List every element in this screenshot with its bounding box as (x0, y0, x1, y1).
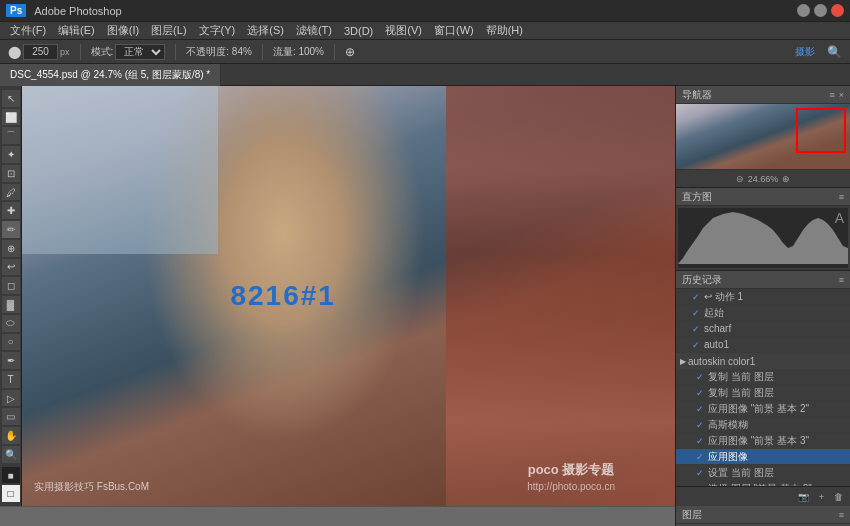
history-brush-tool[interactable]: ↩ (2, 259, 20, 276)
sky-area (22, 86, 218, 254)
histogram-header-icons: ≡ (839, 192, 844, 202)
active-tab[interactable]: DSC_4554.psd @ 24.7% (组 5, 图层蒙版/8) * (0, 64, 221, 86)
lasso-tool[interactable]: ⌒ (2, 127, 20, 144)
shape-tool[interactable]: ▭ (2, 408, 20, 425)
magic-wand-tool[interactable]: ✦ (2, 146, 20, 163)
histogram-graph: A (678, 208, 848, 268)
brush-unit: px (60, 47, 70, 57)
zoom-tool[interactable]: 🔍 (2, 446, 20, 463)
window-controls[interactable] (797, 4, 844, 17)
path-select-tool[interactable]: ▷ (2, 390, 20, 407)
airbrush-icon[interactable]: ⊕ (341, 44, 359, 60)
hand-tool[interactable]: ✋ (2, 427, 20, 444)
menu-text[interactable]: 文字(Y) (193, 23, 242, 38)
history-check: ✓ (692, 308, 700, 318)
canvas-area[interactable]: 8216#1 实用摄影技巧 FsBus.CoM poco 摄影专题 http:/… (22, 86, 675, 506)
opacity-label: 不透明度: 84% (186, 45, 252, 59)
history-check: ✓ (696, 388, 704, 398)
history-item[interactable]: ✓ 复制 当前 图层 (676, 369, 850, 385)
history-item-active[interactable]: ✓ 应用图像 (676, 449, 850, 465)
navigator-menu-icon[interactable]: ≡ (829, 90, 834, 100)
histogram-menu-icon[interactable]: ≡ (839, 192, 844, 202)
brush-size-input[interactable] (23, 44, 58, 60)
menu-view[interactable]: 视图(V) (379, 23, 428, 38)
navigator-title: 导航器 (682, 88, 712, 102)
mode-select[interactable]: 正常 (115, 44, 165, 60)
gradient-tool[interactable]: ▓ (2, 296, 20, 313)
nav-scale-icon-right[interactable]: ⊕ (782, 174, 790, 184)
history-snapshot-btn[interactable]: 📷 (795, 491, 812, 503)
crop-tool[interactable]: ⊡ (2, 165, 20, 182)
clone-stamp-tool[interactable]: ⊕ (2, 240, 20, 257)
history-delete-btn[interactable]: 🗑 (831, 491, 846, 503)
group-arrow: ▶ (680, 357, 686, 366)
eraser-tool[interactable]: ◻ (2, 277, 20, 294)
history-item[interactable]: ✓ 设置 当前 图层 (676, 465, 850, 481)
histogram-svg (678, 208, 848, 264)
history-menu-icon[interactable]: ≡ (839, 275, 844, 285)
minimize-button[interactable] (797, 4, 810, 17)
navigator-viewport-rect (796, 108, 846, 153)
history-check: ✓ (692, 324, 700, 334)
navigator-close-icon[interactable]: × (839, 90, 844, 100)
nav-scale-icon-left[interactable]: ⊖ (736, 174, 744, 184)
menu-select[interactable]: 选择(S) (241, 23, 290, 38)
history-check: ✓ (696, 452, 704, 462)
history-label: 设置 当前 图层 (708, 466, 774, 480)
text-tool[interactable]: T (2, 371, 20, 388)
history-check: ✓ (696, 420, 704, 430)
eyedropper-tool[interactable]: 🖊 (2, 184, 20, 201)
history-new-btn[interactable]: + (816, 491, 827, 503)
background-color[interactable]: □ (2, 485, 20, 502)
history-item[interactable]: ✓ 应用图像 "前景 基本 3" (676, 433, 850, 449)
canvas-watermark-label: 8216#1 (230, 280, 335, 312)
flow-area: 流量: 100% (269, 44, 328, 60)
menu-file[interactable]: 文件(F) (4, 23, 52, 38)
layers-menu-icon[interactable]: ≡ (839, 510, 844, 520)
history-item[interactable]: ✓ auto1 (676, 337, 850, 353)
foreground-color[interactable]: ■ (2, 467, 20, 484)
maximize-button[interactable] (814, 4, 827, 17)
watermark-line1: 实用摄影技巧 FsBus.CoM (34, 479, 149, 494)
menu-help[interactable]: 帮助(H) (480, 23, 529, 38)
histogram-header: 直方图 ≡ (676, 188, 850, 206)
ps-logo: Ps (6, 4, 26, 17)
brush-icon: ⬤ (8, 45, 21, 59)
history-list: ✓ ↩ 动作 1 ✓ 起始 ✓ scharf ✓ auto1 ▶ autos (676, 289, 850, 486)
opacity-area: 不透明度: 84% (182, 44, 256, 60)
navigator-header: 导航器 ≡ × (676, 86, 850, 104)
history-label: scharf (704, 323, 731, 334)
move-tool[interactable]: ↖ (2, 90, 20, 107)
search-icon[interactable]: 🔍 (823, 44, 846, 60)
history-item[interactable]: ✓ ↩ 动作 1 (676, 289, 850, 305)
menu-filter[interactable]: 滤镜(T) (290, 23, 338, 38)
history-label: auto1 (704, 339, 729, 350)
brush-tool[interactable]: ✏ (2, 221, 20, 238)
history-group-label: autoskin color1 (688, 356, 755, 367)
history-item[interactable]: ✓ 复制 当前 图层 (676, 385, 850, 401)
menu-window[interactable]: 窗口(W) (428, 23, 480, 38)
pen-tool[interactable]: ✒ (2, 352, 20, 369)
menu-edit[interactable]: 编辑(E) (52, 23, 101, 38)
marquee-tool[interactable]: ⬜ (2, 109, 20, 126)
close-button[interactable] (831, 4, 844, 17)
mode-area: 模式: 正常 (87, 43, 170, 61)
menu-layer[interactable]: 图层(L) (145, 23, 192, 38)
history-group-autoskin[interactable]: ▶ autoskin color1 (676, 353, 850, 369)
history-item[interactable]: ✓ 起始 (676, 305, 850, 321)
history-label: 复制 当前 图层 (708, 370, 774, 384)
workspace-label[interactable]: 摄影 (791, 44, 819, 60)
history-check: ✓ (696, 468, 704, 478)
healing-tool[interactable]: ✚ (2, 202, 20, 219)
history-header: 历史记录 ≡ (676, 271, 850, 289)
history-item[interactable]: ✓ scharf (676, 321, 850, 337)
history-item[interactable]: ✓ 应用图像 "前景 基本 2" (676, 401, 850, 417)
dodge-tool[interactable]: ○ (2, 334, 20, 351)
history-label: 高斯模糊 (708, 418, 748, 432)
navigator-thumbnail[interactable] (676, 104, 850, 169)
menu-image[interactable]: 图像(I) (101, 23, 145, 38)
history-check: ✓ (692, 340, 700, 350)
menu-3d[interactable]: 3D(D) (338, 25, 379, 37)
history-item[interactable]: ✓ 高斯模糊 (676, 417, 850, 433)
blur-tool[interactable]: ⬭ (2, 315, 20, 332)
